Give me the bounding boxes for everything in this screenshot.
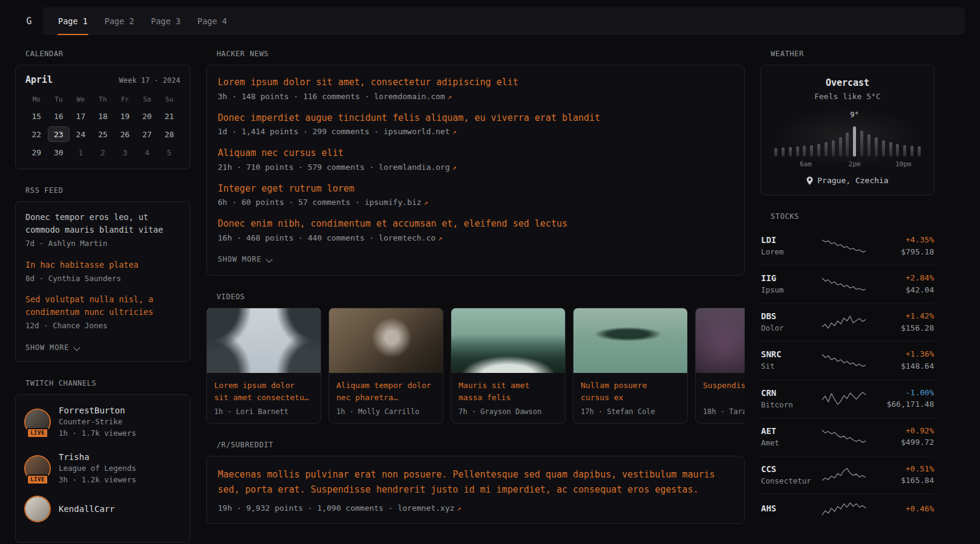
stock-values: +1.42% $156.28 bbox=[901, 310, 934, 334]
reddit-post-domain-link[interactable]: loremnet.xyz↗ bbox=[397, 504, 461, 513]
weather-bar bbox=[875, 137, 878, 157]
twitch-channel[interactable]: LIVE Trisha League of Legends 3h · 1.2k … bbox=[25, 451, 180, 486]
rss-item-title[interactable]: In hac habitasse platea bbox=[25, 259, 180, 271]
twitch-channel[interactable]: LIVE ForrestBurton Counter-Strike 1h · 1… bbox=[25, 404, 180, 439]
hn-item-title[interactable]: Lorem ipsum dolor sit amet, consectetur … bbox=[218, 76, 733, 89]
stock-row[interactable]: CCS Consectetur +0.51% $165.84 bbox=[760, 456, 935, 494]
stock-values: +0.51% $165.84 bbox=[901, 463, 934, 487]
video-title[interactable]: Lorem ipsum dolor sit amet consectetu… bbox=[214, 380, 313, 404]
stock-name: Lorem bbox=[761, 247, 817, 257]
left-column: CALENDAR April Week 17 · 2024 MoTuWeThFr… bbox=[15, 44, 191, 543]
calendar-weekday: Sa bbox=[136, 92, 158, 106]
stock-sparkline bbox=[822, 501, 866, 517]
calendar-day: 22 bbox=[25, 126, 48, 142]
tab-page-3[interactable]: Page 3 bbox=[151, 7, 181, 35]
hn-item-meta: 3h · 148 points · 116 comments · loremdo… bbox=[218, 92, 733, 101]
live-badge: LIVE bbox=[27, 474, 48, 485]
weather-bar bbox=[839, 137, 842, 157]
external-link-icon: ↗ bbox=[457, 504, 461, 513]
video-card[interactable]: Lorem ipsum dolor sit amet consectetu… 1… bbox=[206, 308, 321, 424]
twitch-section: TWITCH CHANNELS LIVE ForrestBurton Count… bbox=[15, 379, 191, 543]
weather-bar bbox=[825, 142, 828, 157]
video-card[interactable]: Suspendisse diam 18h · Tara bbox=[695, 308, 745, 424]
calendar-week-info: Week 17 · 2024 bbox=[119, 76, 180, 85]
hn-item-title[interactable]: Aliquam nec cursus elit bbox=[218, 146, 733, 160]
stock-row[interactable]: IIG Ipsum +2.84% $42.04 bbox=[760, 265, 935, 303]
weather-bar bbox=[867, 134, 871, 157]
calendar-widget: April Week 17 · 2024 MoTuWeThFrSaSu15161… bbox=[15, 65, 191, 169]
video-meta: 7h · Grayson Dawson bbox=[459, 407, 558, 416]
video-title[interactable]: Nullam posuere cursus ex bbox=[581, 380, 680, 404]
tab-page-2[interactable]: Page 2 bbox=[104, 7, 135, 35]
stock-price: $795.18 bbox=[901, 246, 934, 258]
calendar-month: April bbox=[25, 74, 53, 85]
weather-bar bbox=[782, 147, 785, 157]
rss-item-title[interactable]: Sed volutpat nulla nisl, a condimentum n… bbox=[25, 293, 180, 319]
weather-section-title: WEATHER bbox=[771, 50, 935, 58]
stock-symbol: CRN bbox=[761, 387, 817, 400]
calendar-day: 21 bbox=[158, 108, 180, 124]
twitch-channel-game: Counter-Strike bbox=[59, 416, 136, 428]
live-badge: LIVE bbox=[27, 428, 48, 438]
weather-bar bbox=[903, 145, 906, 157]
calendar-day: 1 bbox=[70, 144, 92, 160]
video-title[interactable]: Mauris sit amet massa felis bbox=[459, 380, 558, 404]
tab-page-4[interactable]: Page 4 bbox=[197, 7, 227, 35]
calendar-weekday: We bbox=[70, 92, 92, 106]
stock-row[interactable]: DBS Dolor +1.42% $156.28 bbox=[760, 303, 935, 341]
calendar-grid: MoTuWeThFrSaSu15161718192021222324252627… bbox=[25, 92, 180, 160]
video-title[interactable]: Aliquam tempor dolor nec pharetra… bbox=[336, 380, 436, 404]
avatar: LIVE bbox=[25, 410, 50, 434]
twitch-channels-widget: LIVE ForrestBurton Counter-Strike 1h · 1… bbox=[15, 394, 191, 543]
app-logo[interactable]: G bbox=[15, 7, 43, 35]
hn-item-domain-link[interactable]: ipsumify.biz↗ bbox=[365, 198, 428, 207]
video-card[interactable]: Nullam posuere cursus ex 17h · Stefan Co… bbox=[573, 308, 688, 424]
video-thumbnail bbox=[451, 308, 565, 373]
hn-item-domain-link[interactable]: loremtech.co↗ bbox=[379, 233, 442, 242]
show-more-label: SHOW MORE bbox=[25, 343, 69, 352]
stock-row[interactable]: AET Amet +0.92% $499.72 bbox=[760, 418, 935, 456]
calendar-day: 2 bbox=[92, 144, 114, 160]
weather-bar bbox=[796, 146, 799, 157]
hn-item-title[interactable]: Donec imperdiet augue tincidunt felis al… bbox=[218, 111, 733, 125]
weather-time-labels: 6am2pm10pm bbox=[774, 160, 921, 169]
stock-change: +0.51% bbox=[901, 463, 934, 475]
calendar-day: 26 bbox=[114, 126, 136, 142]
weather-widget: Overcast Feels like 5°C 9° 6am2pm10pm Pr… bbox=[760, 65, 935, 195]
stock-price: $148.64 bbox=[901, 360, 934, 372]
stock-row[interactable]: AHS +0.46% bbox=[760, 494, 935, 524]
stock-sparkline bbox=[822, 314, 866, 330]
tab-page-1[interactable]: Page 1 bbox=[57, 7, 88, 35]
calendar-day: 20 bbox=[136, 108, 158, 124]
calendar-day: 5 bbox=[158, 144, 180, 160]
video-card[interactable]: Aliquam tempor dolor nec pharetra… 1h · … bbox=[328, 308, 443, 424]
reddit-post-title[interactable]: Maecenas mollis pulvinar erat non posuer… bbox=[218, 467, 733, 498]
twitch-channel[interactable]: KendallCarr bbox=[25, 497, 180, 521]
rss-section: RSS FEED Donec tempor eros leo, ut commo… bbox=[15, 186, 191, 362]
twitch-section-title: TWITCH CHANNELS bbox=[25, 379, 191, 387]
hn-item: Aliquam nec cursus elit 21h · 710 points… bbox=[218, 146, 733, 172]
hn-item-domain-link[interactable]: ipsumworld.net↗ bbox=[384, 127, 457, 136]
stock-row[interactable]: LDI Lorem +4.35% $795.18 bbox=[760, 227, 935, 265]
video-card[interactable]: Mauris sit amet massa felis 7h · Grayson… bbox=[451, 308, 566, 424]
stock-row[interactable]: CRN Bitcorn -1.00% $66,171.48 bbox=[760, 380, 935, 418]
hn-item-domain: ipsumworld.net bbox=[384, 127, 450, 136]
stock-row[interactable]: SNRC Sit +1.36% $148.64 bbox=[760, 341, 935, 379]
weather-bar bbox=[774, 148, 777, 157]
top-navigation: G Page 1 Page 2 Page 3 Page 4 bbox=[15, 7, 965, 35]
hn-item-domain-link[interactable]: loremlandia.org↗ bbox=[379, 163, 457, 172]
rss-show-more-button[interactable]: SHOW MORE bbox=[25, 343, 79, 352]
rss-item-title[interactable]: Donec tempor eros leo, ut commodo mauris… bbox=[25, 211, 180, 236]
hn-item-title[interactable]: Donec enim nibh, condimentum et accumsan… bbox=[218, 217, 733, 231]
calendar-day-selected: 23 bbox=[48, 126, 70, 142]
hn-item-title[interactable]: Integer eget rutrum lorem bbox=[218, 182, 733, 196]
hn-item-domain: ipsumify.biz bbox=[365, 198, 422, 207]
hn-show-more-button[interactable]: SHOW MORE bbox=[218, 255, 272, 264]
location-pin-icon bbox=[806, 176, 813, 185]
videos-section: VIDEOS Lorem ipsum dolor sit amet consec… bbox=[206, 293, 745, 424]
video-title[interactable]: Suspendisse diam bbox=[703, 380, 745, 404]
hn-item-domain: loremdomain.com bbox=[374, 92, 445, 101]
twitch-channel-name: KendallCarr bbox=[59, 503, 115, 515]
hn-item-domain-link[interactable]: loremdomain.com↗ bbox=[374, 92, 452, 101]
weather-feels-like: Feels like 5°C bbox=[772, 92, 923, 101]
